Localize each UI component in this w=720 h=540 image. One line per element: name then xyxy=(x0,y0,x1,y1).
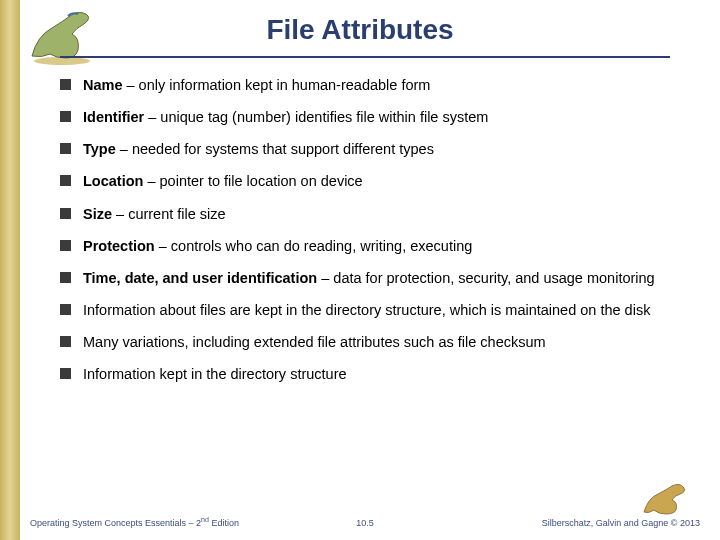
bullet-text: Information kept in the directory struct… xyxy=(83,365,670,383)
bullet-list: Name – only information kept in human-re… xyxy=(60,76,670,397)
list-item: Information about files are kept in the … xyxy=(60,301,670,319)
bullet-square-icon xyxy=(60,336,71,347)
list-item: Size – current file size xyxy=(60,205,670,223)
list-item: Location – pointer to file location on d… xyxy=(60,172,670,190)
footer-copyright: Silberschatz, Galvin and Gagne © 2013 xyxy=(542,518,700,528)
bullet-square-icon xyxy=(60,111,71,122)
list-item: Time, date, and user identification – da… xyxy=(60,269,670,287)
list-item: Many variations, including extended file… xyxy=(60,333,670,351)
bullet-text: Protection – controls who can do reading… xyxy=(83,237,670,255)
bullet-text: Identifier – unique tag (number) identif… xyxy=(83,108,670,126)
list-item: Protection – controls who can do reading… xyxy=(60,237,670,255)
list-item: Name – only information kept in human-re… xyxy=(60,76,670,94)
footer: Operating System Concepts Essentials – 2… xyxy=(30,490,700,530)
bullet-square-icon xyxy=(60,79,71,90)
bullet-text: Many variations, including extended file… xyxy=(83,333,670,351)
list-item: Information kept in the directory struct… xyxy=(60,365,670,383)
list-item: Type – needed for systems that support d… xyxy=(60,140,670,158)
left-stripe xyxy=(0,0,20,540)
bullet-square-icon xyxy=(60,143,71,154)
bullet-square-icon xyxy=(60,240,71,251)
bullet-text: Size – current file size xyxy=(83,205,670,223)
bullet-square-icon xyxy=(60,304,71,315)
bullet-square-icon xyxy=(60,272,71,283)
bullet-square-icon xyxy=(60,175,71,186)
bullet-square-icon xyxy=(60,208,71,219)
slide-title: File Attributes xyxy=(0,14,720,46)
bullet-text: Time, date, and user identification – da… xyxy=(83,269,670,287)
title-underline xyxy=(60,56,670,58)
bullet-text: Type – needed for systems that support d… xyxy=(83,140,670,158)
bullet-text: Location – pointer to file location on d… xyxy=(83,172,670,190)
slide: File Attributes Name – only information … xyxy=(0,0,720,540)
bullet-square-icon xyxy=(60,368,71,379)
list-item: Identifier – unique tag (number) identif… xyxy=(60,108,670,126)
bullet-text: Information about files are kept in the … xyxy=(83,301,670,319)
bullet-text: Name – only information kept in human-re… xyxy=(83,76,670,94)
